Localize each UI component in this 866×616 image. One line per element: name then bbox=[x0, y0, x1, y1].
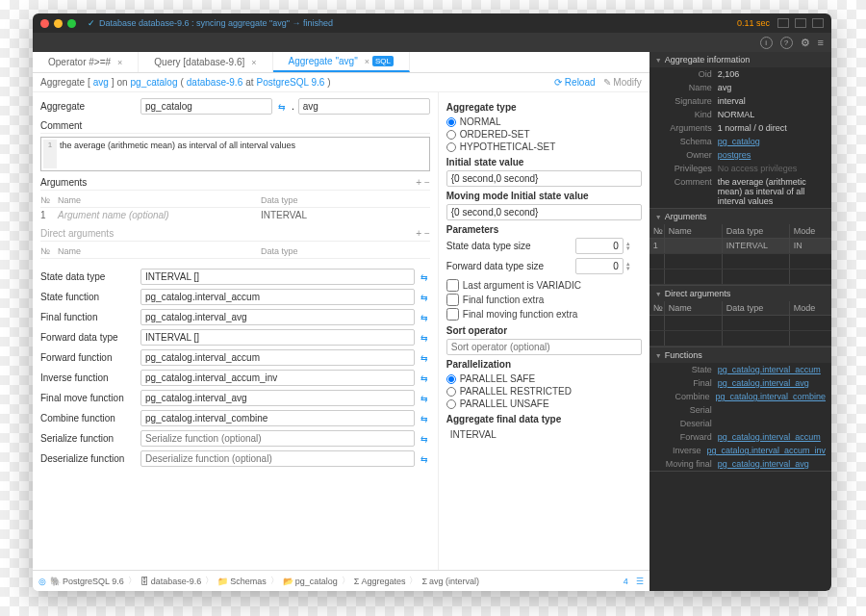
args-section-header[interactable]: Arguments bbox=[650, 209, 831, 224]
final-type-header: Aggregate final data type bbox=[446, 414, 642, 424]
close-icon[interactable]: × bbox=[117, 58, 122, 67]
sort-operator-header: Sort operator bbox=[446, 325, 642, 336]
tab-operator[interactable]: Operator #>=#× bbox=[33, 52, 139, 72]
close-button[interactable] bbox=[40, 19, 49, 28]
field-input[interactable] bbox=[140, 309, 415, 325]
parallelization-header: Parallelization bbox=[446, 359, 642, 370]
tab-aggregate[interactable]: Aggregate "avg"×SQL bbox=[273, 52, 410, 72]
layout-icon-3[interactable] bbox=[812, 18, 824, 28]
parameters-header: Parameters bbox=[446, 224, 642, 235]
modify-button[interactable]: ✎ Modify bbox=[603, 77, 642, 88]
editor-pane: Operator #>=#× Query [database-9.6]× Agg… bbox=[33, 52, 650, 591]
reload-button[interactable]: ⟳ Reload bbox=[554, 77, 595, 88]
field-input[interactable] bbox=[140, 329, 415, 346]
close-icon[interactable]: × bbox=[365, 57, 369, 66]
chk-variadic[interactable]: Last argument is VARIADIC bbox=[446, 278, 642, 293]
target-icon[interactable]: ◎ bbox=[38, 577, 46, 586]
spinner-icon[interactable]: ▲▼ bbox=[625, 262, 631, 271]
field-input[interactable] bbox=[140, 410, 415, 426]
chk-moving-extra[interactable]: Final moving function extra bbox=[446, 307, 642, 321]
schema-input[interactable] bbox=[140, 98, 272, 115]
toolbar: i ? ⚙ ≡ bbox=[33, 33, 831, 52]
sync-check-icon: ✓ bbox=[88, 18, 95, 28]
bc-postgres[interactable]: 🐘 PostgreSQL 9.6 bbox=[50, 577, 124, 586]
name-input[interactable] bbox=[298, 98, 430, 115]
gear-icon[interactable]: ⚙ bbox=[801, 37, 810, 49]
dropdown-icon[interactable]: ⇆ bbox=[419, 430, 430, 447]
radio-para-safe[interactable]: PARALLEL SAFE bbox=[446, 372, 642, 385]
info-section-header[interactable]: Aggregate information bbox=[650, 52, 831, 67]
layout-icon-2[interactable] bbox=[795, 18, 806, 28]
radio-para-restricted[interactable]: PARALLEL RESTRICTED bbox=[446, 385, 642, 398]
args-row[interactable]: 1INTERVALIN bbox=[650, 239, 831, 254]
menu-icon[interactable]: ≡ bbox=[818, 37, 824, 48]
dropdown-icon[interactable]: ⇆ bbox=[419, 289, 430, 305]
aggregate-type-header: Aggregate type bbox=[446, 102, 642, 113]
layout-icon-1[interactable] bbox=[777, 18, 789, 28]
radio-hypothetical[interactable]: HYPOTHETICAL-SET bbox=[446, 141, 642, 153]
radio-ordered[interactable]: ORDERED-SET bbox=[446, 128, 642, 141]
field-input[interactable] bbox=[140, 370, 415, 386]
form-side: Aggregate type NORMAL ORDERED-SET HYPOTH… bbox=[438, 92, 650, 570]
field-input[interactable] bbox=[140, 430, 415, 447]
dropdown-icon[interactable]: ⇆ bbox=[419, 269, 430, 285]
titlebar-status: Database database-9.6 : syncing aggregat… bbox=[99, 18, 333, 28]
funcs-section-header[interactable]: Functions bbox=[650, 347, 831, 363]
direct-args-header: Direct arguments bbox=[40, 228, 114, 239]
bc-catalog[interactable]: pg_catalog bbox=[131, 77, 178, 88]
close-icon[interactable]: × bbox=[251, 58, 256, 67]
radio-normal[interactable]: NORMAL bbox=[446, 116, 642, 128]
field-input[interactable] bbox=[140, 450, 415, 467]
dropdown-icon[interactable]: ⇆ bbox=[419, 410, 430, 426]
comment-editor[interactable]: 1 the average (arithmetic mean) as inter… bbox=[40, 137, 430, 171]
dropdown-icon[interactable]: ⇆ bbox=[419, 390, 430, 406]
titlebar: ✓Database database-9.6 : syncing aggrega… bbox=[33, 13, 831, 33]
comment-label: Comment bbox=[40, 120, 430, 134]
bc-schemas[interactable]: 📁 Schemas bbox=[217, 577, 267, 586]
initial-state-input[interactable] bbox=[446, 170, 642, 187]
main-window: ✓Database database-9.6 : syncing aggrega… bbox=[33, 13, 831, 591]
sql-badge[interactable]: SQL bbox=[372, 56, 394, 66]
elapsed-time: 0.11 sec bbox=[737, 18, 770, 28]
forward-size-input[interactable] bbox=[575, 258, 624, 274]
chk-final-extra[interactable]: Final function extra bbox=[446, 293, 642, 307]
add-direct-arg-button[interactable]: + − bbox=[416, 228, 429, 239]
help-icon[interactable]: ? bbox=[780, 37, 793, 49]
bc-avg[interactable]: avg bbox=[93, 77, 109, 88]
moving-state-input[interactable] bbox=[446, 204, 642, 220]
maximize-button[interactable] bbox=[67, 19, 76, 28]
field-input[interactable] bbox=[140, 349, 415, 366]
info-icon[interactable]: i bbox=[760, 37, 773, 49]
dropdown-icon[interactable]: ⇆ bbox=[419, 329, 430, 346]
bc-avg[interactable]: Σ avg (interval) bbox=[421, 577, 479, 586]
dropdown-icon[interactable]: ⇆ bbox=[276, 98, 288, 115]
bc-server[interactable]: PostgreSQL 9.6 bbox=[257, 77, 325, 88]
dropdown-icon[interactable]: ⇆ bbox=[419, 309, 430, 325]
list-icon[interactable]: ☰ bbox=[636, 577, 644, 586]
direct-args-section-header[interactable]: Direct arguments bbox=[650, 286, 831, 301]
properties-panel: Aggregate information Oid2,106NameavgSig… bbox=[650, 52, 831, 591]
bc-database[interactable]: database-9.6 bbox=[187, 77, 242, 88]
final-type-value: INTERVAL bbox=[446, 427, 642, 442]
form-main: Aggregate ⇆ . Comment 1 the average (ari… bbox=[33, 92, 438, 570]
field-input[interactable] bbox=[140, 289, 415, 305]
initial-state-header: Initial state value bbox=[446, 157, 642, 167]
dropdown-icon[interactable]: ⇆ bbox=[419, 370, 430, 386]
tab-query[interactable]: Query [database-9.6]× bbox=[139, 52, 272, 72]
state-size-input[interactable] bbox=[575, 238, 624, 254]
sort-operator-input[interactable] bbox=[446, 339, 642, 355]
minimize-button[interactable] bbox=[54, 19, 63, 28]
spinner-icon[interactable]: ▲▼ bbox=[625, 242, 631, 251]
bc-pgcatalog[interactable]: 📂 pg_catalog bbox=[283, 577, 338, 586]
field-input[interactable] bbox=[140, 390, 415, 406]
field-input[interactable] bbox=[140, 269, 415, 285]
breadcrumb: Aggregate [ avg ] on pg_catalog ( databa… bbox=[33, 73, 650, 92]
arguments-header: Arguments bbox=[40, 177, 87, 188]
add-argument-button[interactable]: + − bbox=[416, 177, 429, 188]
dropdown-icon[interactable]: ⇆ bbox=[419, 349, 430, 366]
radio-para-unsafe[interactable]: PARALLEL UNSAFE bbox=[446, 398, 642, 410]
bc-count: 4 bbox=[624, 577, 628, 586]
bc-aggregates[interactable]: Σ Aggregates bbox=[354, 577, 406, 586]
dropdown-icon[interactable]: ⇆ bbox=[419, 450, 430, 467]
bc-database[interactable]: 🗄 database-9.6 bbox=[140, 577, 202, 586]
